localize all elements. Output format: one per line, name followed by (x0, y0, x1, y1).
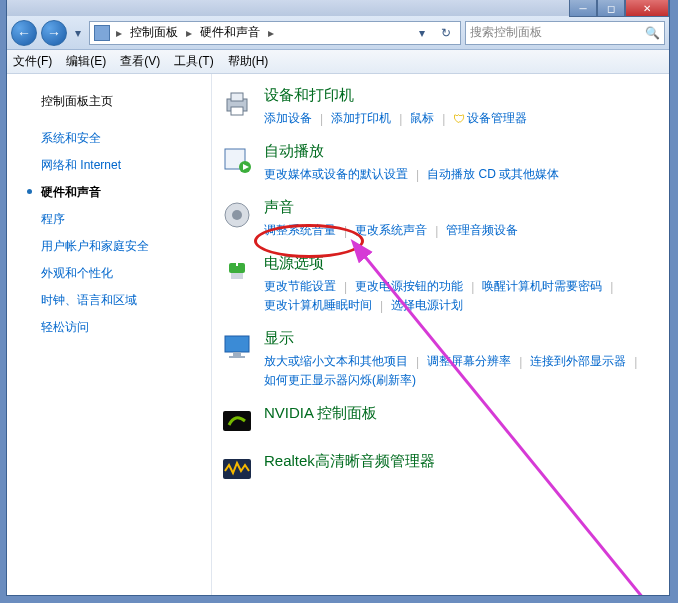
category: 设备和打印机添加设备|添加打印机|鼠标|🛡设备管理器 (220, 86, 657, 128)
arrow-left-icon: ← (17, 25, 31, 41)
category-links: 更改节能设置|更改电源按钮的功能|唤醒计算机时需要密码|更改计算机睡眠时间|选择… (264, 277, 657, 315)
svg-rect-11 (225, 336, 249, 352)
category-links: 更改媒体或设备的默认设置|自动播放 CD 或其他媒体 (264, 165, 657, 184)
menu-file[interactable]: 文件(F) (13, 53, 52, 70)
category: 电源选项更改节能设置|更改电源按钮的功能|唤醒计算机时需要密码|更改计算机睡眠时… (220, 254, 657, 315)
category-link[interactable]: 管理音频设备 (446, 221, 518, 240)
menu-tools[interactable]: 工具(T) (174, 53, 213, 70)
link-separator: | (391, 112, 410, 126)
menu-view[interactable]: 查看(V) (120, 53, 160, 70)
category-link[interactable]: 添加设备 (264, 109, 312, 128)
autoplay-icon (220, 142, 254, 176)
category-link[interactable]: 调整系统音量 (264, 221, 336, 240)
content-pane: 设备和打印机添加设备|添加打印机|鼠标|🛡设备管理器自动播放更改媒体或设备的默认… (212, 74, 669, 595)
category-link[interactable]: 更改系统声音 (355, 221, 427, 240)
refresh-button[interactable]: ↻ (436, 26, 456, 40)
category-link[interactable]: 放大或缩小文本和其他项目 (264, 352, 408, 371)
link-separator: | (408, 355, 427, 369)
sidebar-home[interactable]: 控制面板主页 (7, 88, 211, 115)
shield-icon: 🛡 (453, 112, 465, 126)
sidebar-item[interactable]: 硬件和声音 (7, 179, 211, 206)
svg-rect-13 (229, 356, 245, 358)
display-icon (220, 329, 254, 363)
category-link[interactable]: 选择电源计划 (391, 296, 463, 315)
window-buttons: ─ ◻ ✕ (569, 0, 669, 17)
category-links: 添加设备|添加打印机|鼠标|🛡设备管理器 (264, 109, 657, 128)
power-icon (220, 254, 254, 288)
titlebar: ─ ◻ ✕ (7, 0, 669, 16)
sidebar-item[interactable]: 时钟、语言和区域 (7, 287, 211, 314)
sidebar-item[interactable]: 外观和个性化 (7, 260, 211, 287)
svg-rect-12 (233, 352, 241, 356)
category-link[interactable]: 设备管理器 (467, 109, 527, 128)
sidebar-item[interactable]: 轻松访问 (7, 314, 211, 341)
category: 显示放大或缩小文本和其他项目|调整屏幕分辨率|连接到外部显示器|如何更正显示器闪… (220, 329, 657, 390)
link-separator: | (372, 299, 391, 313)
sidebar-item[interactable]: 系统和安全 (7, 125, 211, 152)
realtek-icon (220, 452, 254, 486)
link-separator: | (434, 112, 453, 126)
category-link[interactable]: 更改媒体或设备的默认设置 (264, 165, 408, 184)
category-link[interactable]: 调整屏幕分辨率 (427, 352, 511, 371)
link-separator: | (463, 280, 482, 294)
link-separator: | (312, 112, 331, 126)
sidebar-item[interactable]: 用户帐户和家庭安全 (7, 233, 211, 260)
menubar: 文件(F) 编辑(E) 查看(V) 工具(T) 帮助(H) (7, 50, 669, 74)
link-separator: | (626, 355, 645, 369)
category-link[interactable]: 如何更正显示器闪烁(刷新率) (264, 371, 416, 390)
category-title[interactable]: 设备和打印机 (264, 86, 657, 105)
svg-rect-1 (231, 93, 243, 101)
breadcrumb-item[interactable]: 硬件和声音 (198, 24, 262, 41)
category: 声音调整系统音量|更改系统声音|管理音频设备 (220, 198, 657, 240)
close-button[interactable]: ✕ (625, 0, 669, 17)
category-link[interactable]: 更改节能设置 (264, 277, 336, 296)
link-separator: | (602, 280, 621, 294)
chevron-down-icon: ▾ (75, 26, 81, 40)
category-link[interactable]: 连接到外部显示器 (530, 352, 626, 371)
category-links: 放大或缩小文本和其他项目|调整屏幕分辨率|连接到外部显示器|如何更正显示器闪烁(… (264, 352, 657, 390)
minimize-button[interactable]: ─ (569, 0, 597, 17)
forward-button[interactable]: → (41, 20, 67, 46)
category-link[interactable]: 更改电源按钮的功能 (355, 277, 463, 296)
category-links: 调整系统音量|更改系统声音|管理音频设备 (264, 221, 657, 240)
link-separator: | (408, 168, 427, 182)
category-link[interactable]: 更改计算机睡眠时间 (264, 296, 372, 315)
category-title[interactable]: NVIDIA 控制面板 (264, 404, 657, 423)
svg-rect-2 (231, 107, 243, 115)
sidebar-item[interactable]: 网络和 Internet (7, 152, 211, 179)
menu-edit[interactable]: 编辑(E) (66, 53, 106, 70)
category-link[interactable]: 自动播放 CD 或其他媒体 (427, 165, 559, 184)
search-input[interactable]: 搜索控制面板 🔍 (465, 21, 665, 45)
category: NVIDIA 控制面板 (220, 404, 657, 438)
breadcrumb-item[interactable]: 控制面板 (128, 24, 180, 41)
link-separator: | (511, 355, 530, 369)
svg-rect-9 (231, 273, 243, 279)
breadcrumb-sep: ▸ (266, 26, 276, 40)
link-separator: | (336, 280, 355, 294)
category-link[interactable]: 唤醒计算机时需要密码 (482, 277, 602, 296)
back-button[interactable]: ← (11, 20, 37, 46)
arrow-right-icon: → (47, 25, 61, 41)
category-link[interactable]: 鼠标 (410, 109, 434, 128)
category: 自动播放更改媒体或设备的默认设置|自动播放 CD 或其他媒体 (220, 142, 657, 184)
body: 控制面板主页 系统和安全网络和 Internet硬件和声音程序用户帐户和家庭安全… (7, 74, 669, 595)
search-placeholder: 搜索控制面板 (470, 24, 542, 41)
maximize-button[interactable]: ◻ (597, 0, 625, 17)
address-dropdown[interactable]: ▾ (412, 26, 432, 40)
svg-point-7 (232, 210, 242, 220)
history-dropdown[interactable]: ▾ (71, 23, 85, 43)
category-title[interactable]: 电源选项 (264, 254, 657, 273)
svg-rect-14 (223, 411, 251, 431)
control-panel-window: ─ ◻ ✕ ← → ▾ ▸ 控制面板 ▸ 硬件和声音 ▸ ▾ ↻ 搜索控制面板 … (6, 0, 670, 596)
category-title[interactable]: 声音 (264, 198, 657, 217)
category-title[interactable]: 显示 (264, 329, 657, 348)
category-title[interactable]: Realtek高清晰音频管理器 (264, 452, 657, 471)
address-bar[interactable]: ▸ 控制面板 ▸ 硬件和声音 ▸ ▾ ↻ (89, 21, 461, 45)
category-title[interactable]: 自动播放 (264, 142, 657, 161)
category: Realtek高清晰音频管理器 (220, 452, 657, 486)
sidebar: 控制面板主页 系统和安全网络和 Internet硬件和声音程序用户帐户和家庭安全… (7, 74, 212, 595)
sidebar-item[interactable]: 程序 (7, 206, 211, 233)
category-link[interactable]: 添加打印机 (331, 109, 391, 128)
control-panel-icon (94, 25, 110, 41)
menu-help[interactable]: 帮助(H) (228, 53, 269, 70)
